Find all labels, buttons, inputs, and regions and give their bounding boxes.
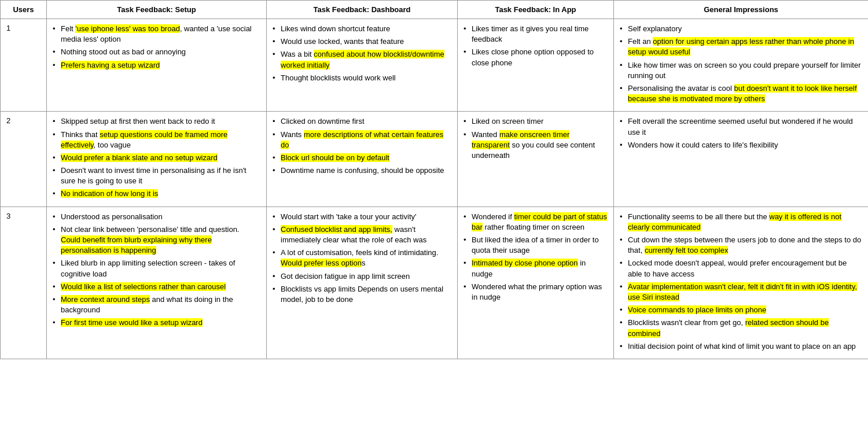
- list-item: Confused blocklist and app limits, wasn'…: [273, 224, 451, 245]
- table-cell: Clicked on downtime firstWants more desc…: [267, 112, 458, 207]
- user-number: 2: [1, 112, 47, 207]
- list-item: Self explanatory: [620, 24, 862, 34]
- list-item: Thought blocklists would work well: [273, 73, 451, 83]
- user-number: 1: [1, 19, 47, 112]
- table-cell: Skipped setup at first then went back to…: [47, 112, 267, 207]
- list-item: For first time use would like a setup wi…: [53, 318, 260, 328]
- table-row: 2Skipped setup at first then went back t…: [1, 112, 869, 207]
- list-item: Block url should be on by default: [273, 153, 451, 163]
- list-item: Prefers having a setup wizard: [53, 60, 260, 71]
- table-cell: Felt 'use iphone less' was too broad, wa…: [47, 19, 267, 112]
- list-item: Was a bit confused about how blocklist/d…: [273, 49, 451, 70]
- list-item: Intimated by close phone option in nudge: [464, 258, 608, 279]
- table-row: 3Understood as personalisationNot clear …: [1, 207, 869, 359]
- col-header-inapp: Task Feedback: In App: [458, 1, 614, 19]
- list-item: Liked on screen timer: [464, 116, 608, 127]
- list-item: Doesn't want to invest time in personali…: [53, 165, 260, 186]
- list-item: Would start with 'take a tour your activ…: [273, 212, 451, 222]
- list-item: But liked the idea of a timer in order t…: [464, 235, 608, 256]
- col-header-general: General Impressions: [614, 1, 869, 19]
- col-header-setup: Task Feedback: Setup: [47, 1, 267, 19]
- list-item: Wants more descriptions of what certain …: [273, 130, 451, 150]
- list-item: Felt an option for using certain apps le…: [620, 36, 862, 57]
- table-cell: Wondered if timer could be part of statu…: [458, 207, 614, 359]
- list-item: Wonders how it could caters to life's fl…: [620, 140, 862, 150]
- list-item: A lot of customisation, feels kind of in…: [273, 248, 451, 268]
- list-item: Wondered if timer could be part of statu…: [464, 212, 608, 233]
- list-item: Thinks that setup questions could be fra…: [53, 130, 260, 150]
- list-item: Would use locked, wants that feature: [273, 36, 451, 47]
- user-number: 3: [1, 207, 47, 359]
- list-item: Downtime name is confusing, should be op…: [273, 165, 451, 176]
- table-cell: Understood as personalisationNot clear l…: [47, 207, 267, 359]
- col-header-users: Users: [1, 1, 47, 19]
- list-item: Likes timer as it gives you real time fe…: [464, 24, 608, 45]
- list-item: Likes close phone option opposed to clos…: [464, 47, 608, 68]
- list-item: Wanted make onscreen timer transparent s…: [464, 130, 608, 161]
- list-item: Nothing stood out as bad or annoying: [53, 47, 260, 57]
- list-item: Blocklists vs app limits Depends on user…: [273, 284, 451, 305]
- list-item: Clicked on downtime first: [273, 116, 451, 127]
- list-item: Locked mode doesn't appeal, would prefer…: [620, 258, 862, 279]
- list-item: Liked blurb in app limiting selection sc…: [53, 258, 260, 279]
- list-item: Got decision fatigue in app limit screen: [273, 271, 451, 282]
- list-item: Like how timer was on screen so you coul…: [620, 60, 862, 81]
- list-item: No indication of how long it is: [53, 189, 260, 199]
- table-cell: Self explanatoryFelt an option for using…: [614, 19, 869, 112]
- list-item: Not clear link between 'personalise' tit…: [53, 224, 260, 256]
- table-cell: Likes wind down shortcut featureWould us…: [267, 19, 458, 112]
- table-cell: Would start with 'take a tour your activ…: [267, 207, 458, 359]
- table-row: 1Felt 'use iphone less' was too broad, w…: [1, 19, 869, 112]
- table-cell: Felt overall the screentime seemed usefu…: [614, 112, 869, 207]
- list-item: Voice commands to place limits on phone: [620, 305, 862, 315]
- list-item: Functionality seems to be all there but …: [620, 212, 862, 233]
- list-item: Cut down the steps between the users job…: [620, 235, 862, 256]
- table-cell: Liked on screen timerWanted make onscree…: [458, 112, 614, 207]
- table-cell: Likes timer as it gives you real time fe…: [458, 19, 614, 112]
- list-item: Likes wind down shortcut feature: [273, 24, 451, 34]
- list-item: Initial decision point of what kind of l…: [620, 341, 862, 352]
- table-cell: Functionality seems to be all there but …: [614, 207, 869, 359]
- list-item: Understood as personalisation: [53, 212, 260, 222]
- list-item: Wondered what the primary option was in …: [464, 282, 608, 303]
- list-item: Skipped setup at first then went back to…: [53, 116, 260, 127]
- list-item: Personalising the avatar is cool but doe…: [620, 83, 862, 104]
- list-item: Would like a list of selections rather t…: [53, 282, 260, 292]
- list-item: Felt 'use iphone less' was too broad, wa…: [53, 24, 260, 45]
- col-header-dashboard: Task Feedback: Dashboard: [267, 1, 458, 19]
- feedback-table: Users Task Feedback: Setup Task Feedback…: [0, 0, 868, 359]
- list-item: Blocklists wasn't clear from get go, rel…: [620, 318, 862, 338]
- list-item: Would prefer a blank slate and no setup …: [53, 153, 260, 163]
- list-item: Avatar implementation wasn't clear, felt…: [620, 282, 862, 303]
- list-item: More context around steps and what its d…: [53, 294, 260, 315]
- list-item: Felt overall the screentime seemed usefu…: [620, 116, 862, 137]
